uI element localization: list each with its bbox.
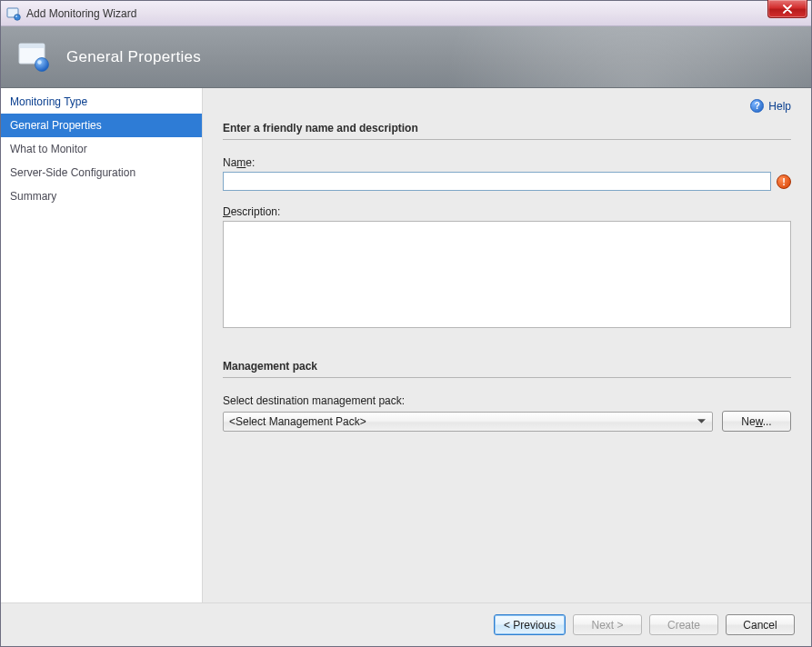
sidebar-item-what-to-monitor[interactable]: What to Monitor [1, 137, 202, 161]
sidebar-item-summary[interactable]: Summary [1, 184, 202, 208]
content-panel: ? Help Enter a friendly name and descrip… [203, 88, 811, 602]
svg-point-2 [15, 15, 17, 17]
wizard-window: Add Monitoring Wizard Gener [0, 0, 812, 647]
management-pack-label: Select destination management pack: [223, 394, 791, 407]
previous-button[interactable]: < Previous [494, 614, 566, 635]
svg-rect-4 [19, 44, 45, 48]
next-button[interactable]: Next > [573, 614, 642, 635]
sidebar-item-general-properties[interactable]: General Properties [1, 114, 202, 137]
section-management-pack-title: Management pack [223, 354, 791, 378]
create-button[interactable]: Create [649, 614, 718, 635]
close-icon [782, 5, 793, 14]
help-row: ? Help [223, 99, 791, 113]
sidebar-item-label: Summary [10, 190, 56, 203]
name-error-icon: ! [777, 174, 791, 189]
help-label: Help [768, 100, 791, 113]
svg-point-6 [37, 60, 41, 64]
chevron-down-icon [694, 413, 708, 431]
name-row: ! [223, 172, 791, 191]
wizard-app-icon [6, 6, 21, 21]
new-management-pack-button[interactable]: New... [722, 411, 791, 432]
sidebar-item-label: General Properties [10, 119, 102, 132]
sidebar-item-label: Monitoring Type [10, 95, 87, 108]
management-pack-select[interactable]: <Select Management Pack> [223, 412, 713, 432]
sidebar-item-server-side-configuration[interactable]: Server-Side Configuration [1, 161, 202, 184]
management-pack-row: <Select Management Pack> New... [223, 411, 791, 432]
wizard-steps-sidebar: Monitoring Type General Properties What … [1, 88, 203, 602]
sidebar-item-monitoring-type[interactable]: Monitoring Type [1, 90, 202, 114]
sidebar-item-label: What to Monitor [10, 143, 87, 155]
body: Monitoring Type General Properties What … [1, 88, 811, 602]
header-page-icon [17, 41, 50, 74]
header-band: General Properties [1, 26, 811, 88]
description-label: Description: [223, 205, 791, 218]
cancel-button[interactable]: Cancel [726, 614, 795, 635]
name-input[interactable] [223, 172, 771, 191]
description-wrap [223, 221, 791, 331]
window-title: Add Monitoring Wizard [26, 7, 136, 20]
help-icon: ? [750, 99, 764, 113]
section-name-desc-title: Enter a friendly name and description [223, 116, 791, 140]
sidebar-item-label: Server-Side Configuration [10, 166, 135, 179]
description-textarea[interactable] [223, 221, 791, 328]
svg-point-1 [15, 14, 21, 20]
svg-point-5 [35, 57, 49, 71]
titlebar: Add Monitoring Wizard [1, 1, 811, 26]
footer: < Previous Next > Create Cancel [1, 602, 811, 646]
header-title: General Properties [66, 48, 201, 66]
management-pack-selected-text: <Select Management Pack> [229, 415, 694, 428]
help-link[interactable]: ? Help [750, 99, 791, 113]
close-button[interactable] [767, 0, 807, 18]
name-label: Name: [223, 156, 791, 169]
